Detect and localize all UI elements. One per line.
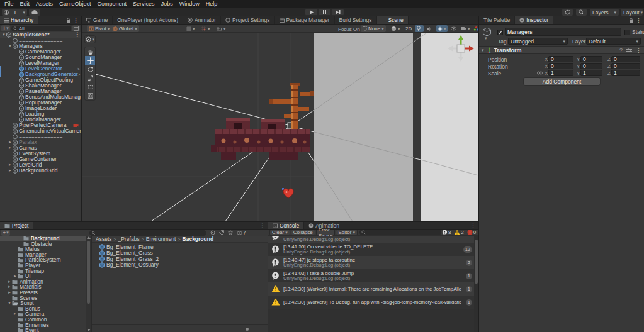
hierarchy-item[interactable]: ModalManager	[0, 117, 81, 123]
play-button[interactable]	[305, 9, 318, 16]
lighting-toggle[interactable]	[415, 25, 424, 32]
project-folder[interactable]: ►UI	[0, 274, 86, 279]
search-button[interactable]	[576, 9, 587, 16]
tab-package-manager[interactable]: Package Manager	[275, 16, 335, 24]
open-prefab-arrow[interactable]: >	[77, 66, 80, 72]
tab-oneplayer-input-actions[interactable]: OnePlayer (Input Actions)	[113, 16, 183, 24]
clear-button[interactable]: Clear▾	[269, 230, 290, 235]
transform-rotation-z-field[interactable]: 0	[611, 63, 640, 69]
scene-visibility-toggle[interactable]	[449, 25, 458, 32]
tab-tile-palette[interactable]: Tile Palette	[479, 16, 515, 24]
transform-scale-z-field[interactable]: 1	[611, 70, 640, 76]
hierarchy-item[interactable]: ►Canvas	[0, 145, 81, 151]
menu-item-help[interactable]: Help	[203, 0, 221, 8]
scene-viewport[interactable]: ▾	[82, 33, 478, 221]
tab-animator[interactable]: Animator	[183, 16, 221, 24]
foldout-icon[interactable]: ►	[8, 168, 13, 174]
step-button[interactable]	[331, 9, 344, 16]
breadcrumb-segment[interactable]: Environment	[146, 236, 176, 242]
layers-dropdown[interactable]: Layers▾	[590, 9, 619, 16]
menu-item-component[interactable]: Component	[94, 0, 130, 8]
breadcrumb-segment[interactable]: Assets	[96, 236, 112, 242]
lock-icon[interactable]	[66, 18, 71, 23]
hierarchy-item[interactable]: BackgroundGenerator>	[0, 72, 81, 77]
tab-console[interactable]: Console	[268, 222, 304, 229]
hierarchy-item[interactable]: ▼Managers	[0, 43, 81, 49]
transform-scale-x-field[interactable]: 1	[548, 70, 573, 76]
project-folder[interactable]: Player	[0, 263, 86, 268]
console-message[interactable]: [13:41:03] I take a double JumpUnityEngi…	[268, 269, 474, 282]
project-folder[interactable]: Background	[0, 236, 86, 241]
transform-tool-button[interactable]	[85, 91, 95, 100]
tab-game[interactable]: Game	[82, 16, 113, 24]
console-message[interactable]: [13:42:30] [Worker0] To Debug, run app w…	[268, 296, 474, 309]
2d-toggle[interactable]: 2D	[404, 25, 413, 32]
scale-tool-button[interactable]	[85, 74, 95, 82]
camera-settings-dropdown[interactable]: ▾	[460, 25, 472, 32]
console-message[interactable]: [13:41:55] On veut vider le TO_DELETEUni…	[268, 243, 474, 256]
collapse-button[interactable]: Collapse	[291, 230, 315, 235]
project-create-button[interactable]: +▾	[1, 230, 10, 236]
menu-item-edit[interactable]: Edit	[17, 0, 33, 8]
tab-scene[interactable]: Scene	[377, 16, 409, 24]
gameobject-name-field[interactable]: Managers	[505, 28, 621, 36]
prefab-item[interactable]: Bg_Element_Ossuary	[92, 262, 268, 268]
account-button[interactable]: L ▾	[2, 9, 27, 16]
foldout-icon[interactable]: ►	[8, 145, 13, 151]
search-by-label-icon[interactable]	[219, 230, 224, 235]
hierarchy-item[interactable]: Loading	[0, 111, 81, 117]
foldout-icon[interactable]: ►	[7, 279, 12, 285]
hierarchy-item[interactable]: EventSystem	[0, 151, 81, 157]
create-object-button[interactable]: +▾	[1, 25, 10, 31]
transform-position-y-field[interactable]: 0	[580, 56, 602, 62]
menu-item-services[interactable]: Services	[130, 0, 158, 8]
project-menu-button[interactable]: ⋮	[259, 223, 265, 229]
pivot-dropdown[interactable]: Pivot▾	[87, 25, 111, 32]
menu-item-file[interactable]: File	[1, 0, 17, 8]
breadcrumb-segment[interactable]: Background	[183, 236, 214, 242]
tab-build-settings[interactable]: Build Settings	[335, 16, 377, 24]
transform-menu-button[interactable]: ⋮	[636, 47, 641, 53]
project-folder[interactable]: Malus	[0, 246, 86, 252]
warning-count-toggle[interactable]: 2	[454, 230, 463, 235]
open-search-window-button[interactable]	[72, 25, 80, 31]
hierarchy-item[interactable]: GameManager	[0, 49, 81, 55]
favorite-star-icon[interactable]	[228, 230, 233, 235]
tab-project-settings[interactable]: Project Settings	[221, 16, 275, 24]
project-folder[interactable]: Manager	[0, 252, 86, 258]
icon-size-slider[interactable]	[246, 328, 249, 331]
add-component-button[interactable]: Add Component	[523, 77, 601, 86]
grid-snapping-dropdown[interactable]: ▾	[215, 25, 227, 32]
project-folder[interactable]: Common	[0, 317, 86, 323]
undo-history-button[interactable]	[562, 9, 573, 16]
foldout-icon[interactable]: ▼	[7, 301, 12, 306]
rotate-tool-button[interactable]	[85, 65, 95, 74]
inspector-menu-button[interactable]: ⋮	[636, 17, 641, 23]
console-search-input[interactable]	[359, 230, 441, 235]
console-scrollbar[interactable]	[474, 236, 478, 332]
foldout-icon[interactable]: ▼	[1, 32, 6, 38]
foldout-icon[interactable]: ▼	[8, 43, 13, 49]
layout-dropdown[interactable]: Layout▾	[621, 9, 643, 16]
project-folder[interactable]: Ennemies	[0, 323, 86, 328]
view-options-button[interactable]: ▾	[84, 35, 96, 43]
project-search-input[interactable]	[89, 230, 206, 236]
hierarchy-item[interactable]: PopupManager	[0, 100, 81, 106]
foldout-icon[interactable]: ►	[8, 140, 13, 145]
pan-tool-button[interactable]	[85, 47, 95, 56]
snap-increment-dropdown[interactable]: ▾	[200, 25, 212, 32]
transform-position-x-field[interactable]: 0	[548, 56, 573, 62]
console-message[interactable]: [13:40:47] je stoppe ta coroutineUnityEn…	[268, 256, 474, 269]
error-count-toggle[interactable]: 0	[467, 230, 476, 235]
open-prefab-arrow[interactable]: >	[77, 72, 80, 77]
move-tool-button[interactable]	[85, 56, 95, 65]
layer-dropdown[interactable]: Default▾	[586, 38, 641, 45]
hierarchy-item[interactable]: SoundManager	[0, 55, 81, 60]
project-folder[interactable]: Scenes	[0, 296, 86, 301]
editor-dropdown[interactable]: Editor▾	[336, 230, 357, 235]
tab-project[interactable]: Project	[0, 222, 33, 229]
grid-visibility-dropdown[interactable]: ▾	[185, 25, 196, 32]
foldout-icon[interactable]: ►	[7, 290, 12, 296]
transform-scale-y-field[interactable]: 1	[580, 70, 602, 76]
hierarchy-scene-row[interactable]: ▼SampleScene*⋮	[0, 32, 81, 38]
